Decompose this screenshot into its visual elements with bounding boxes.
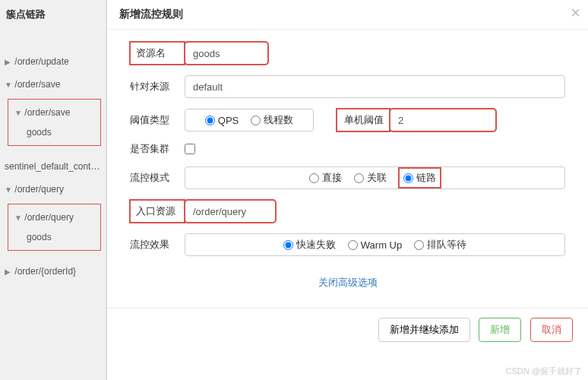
cluster-checkbox[interactable] — [185, 144, 195, 154]
add-button[interactable]: 新增 — [479, 318, 521, 342]
tree-item-save[interactable]: ▼ /order/save — [0, 73, 106, 96]
tree-label: goods — [27, 232, 52, 242]
tree-item-query[interactable]: ▼ /order/query — [0, 178, 106, 201]
caret-icon: ▼ — [5, 185, 12, 194]
row-effect: 流控效果 快速失败 Warm Up 排队等待 — [130, 233, 565, 256]
mode-label: 流控模式 — [130, 171, 185, 185]
tree-item-context[interactable]: sentinel_default_context — [0, 155, 106, 178]
row-cluster: 是否集群 — [130, 142, 565, 156]
row-threshold: 阈值类型 QPS 线程数 单机阈值 — [130, 109, 565, 131]
close-icon[interactable]: × — [571, 3, 580, 23]
radio-fail-input[interactable] — [283, 240, 293, 250]
radio-relate-input[interactable] — [354, 173, 364, 183]
tree-subgroup-query: ▼ /order/query goods — [8, 204, 101, 251]
tree-label: sentinel_default_context — [5, 161, 103, 172]
row-source: 针对来源 — [130, 75, 565, 98]
tree-subitem[interactable]: ▼ /order/save — [8, 103, 100, 122]
radio-queue[interactable]: 排队等待 — [414, 238, 466, 252]
source-input[interactable] — [185, 75, 565, 98]
close-advanced-link[interactable]: 关闭高级选项 — [318, 277, 378, 288]
single-threshold-input[interactable] — [390, 109, 496, 131]
radio-thread-input[interactable] — [251, 116, 261, 125]
entry-input[interactable] — [185, 200, 276, 223]
watermark: CSDN @握手就好了 — [506, 366, 582, 377]
modal-header: 新增流控规则 × — [107, 0, 588, 30]
modal-body: 资源名 针对来源 阈值类型 QPS 线程数 单机阈值 是否集群 — [107, 30, 588, 308]
tree-label: goods — [27, 127, 52, 138]
cluster-label: 是否集群 — [130, 142, 185, 156]
modal-footer: 新增并继续添加 新增 取消 — [107, 308, 588, 351]
advanced-toggle: 关闭高级选项 — [130, 267, 565, 302]
resource-input[interactable] — [185, 42, 268, 65]
caret-icon: ▼ — [14, 214, 22, 222]
radio-chain-input[interactable] — [403, 173, 413, 183]
source-label: 针对来源 — [130, 80, 185, 93]
cancel-button[interactable]: 取消 — [530, 318, 573, 342]
tree-label: /order/query — [14, 184, 64, 195]
caret-icon: ▶ — [5, 58, 12, 66]
radio-direct[interactable]: 直接 — [309, 171, 342, 185]
tree-item-update[interactable]: ▶ /order/update — [0, 50, 106, 73]
tree-label: /order/query — [24, 212, 74, 223]
tree-label: /order/{orderId} — [14, 266, 76, 277]
tree-subitem-goods[interactable]: goods — [8, 227, 100, 247]
row-entry: 入口资源 — [130, 200, 565, 223]
tree-subitem-goods[interactable]: goods — [8, 122, 100, 142]
tree-label: /order/save — [14, 79, 60, 90]
caret-icon: ▶ — [5, 268, 12, 276]
radio-queue-input[interactable] — [414, 240, 424, 250]
tree-label: /order/update — [14, 56, 68, 67]
radio-warmup[interactable]: Warm Up — [348, 239, 402, 251]
tree-subitem[interactable]: ▼ /order/query — [8, 207, 100, 227]
tree-subgroup-save: ▼ /order/save goods — [8, 99, 101, 146]
radio-fail[interactable]: 快速失败 — [283, 238, 336, 252]
mode-group: 直接 关联 链路 — [185, 166, 565, 189]
caret-icon: ▼ — [14, 109, 22, 117]
row-mode: 流控模式 直接 关联 链路 — [130, 166, 565, 189]
single-threshold-label: 单机阈值 — [337, 109, 390, 131]
threshold-type-group: QPS 线程数 — [185, 109, 314, 131]
effect-group: 快速失败 Warm Up 排队等待 — [185, 233, 565, 256]
modal-dialog: 新增流控规则 × 资源名 针对来源 阈值类型 QPS 线程数 单机阈值 是 — [106, 0, 588, 380]
row-resource: 资源名 — [130, 42, 565, 65]
sidebar: 簇点链路 ▶ /order/update ▼ /order/save ▼ /or… — [0, 0, 106, 380]
add-continue-button[interactable]: 新增并继续添加 — [378, 318, 470, 342]
resource-label: 资源名 — [130, 42, 185, 65]
radio-qps[interactable]: QPS — [205, 115, 239, 126]
tree-label: /order/save — [24, 107, 70, 118]
sidebar-title: 簇点链路 — [0, 0, 106, 29]
radio-warmup-input[interactable] — [348, 240, 358, 250]
effect-label: 流控效果 — [130, 238, 185, 252]
threshold-type-label: 阈值类型 — [130, 113, 185, 127]
caret-icon: ▼ — [5, 81, 12, 89]
radio-chain[interactable]: 链路 — [399, 168, 441, 188]
radio-direct-input[interactable] — [309, 173, 319, 183]
radio-qps-input[interactable] — [205, 116, 215, 125]
tree-item-orderid[interactable]: ▶ /order/{orderId} — [0, 260, 106, 283]
radio-thread[interactable]: 线程数 — [251, 113, 293, 127]
modal-title: 新增流控规则 — [119, 8, 183, 20]
radio-relate[interactable]: 关联 — [354, 171, 387, 185]
entry-label: 入口资源 — [130, 200, 185, 223]
